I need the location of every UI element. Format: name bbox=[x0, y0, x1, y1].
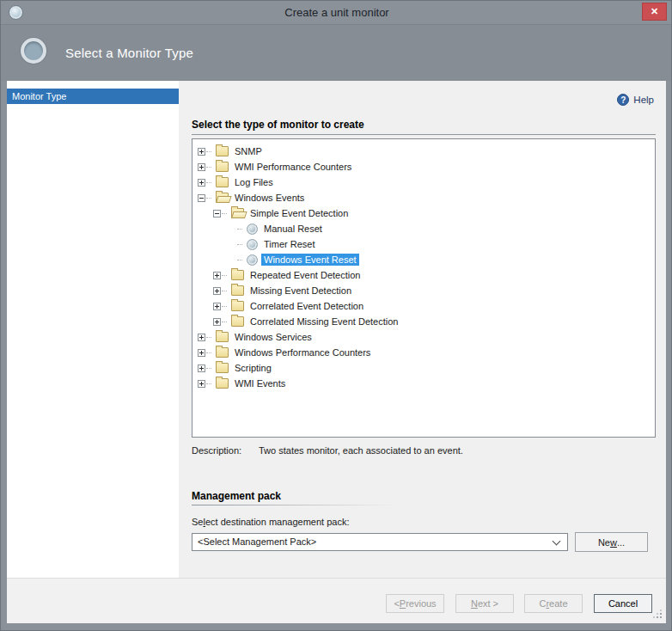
tree-connector bbox=[206, 368, 211, 369]
monitor-tree[interactable]: SNMPWMI Performance CountersLog FilesWin… bbox=[192, 138, 656, 438]
folder-icon bbox=[216, 193, 229, 203]
chevron-down-icon bbox=[553, 536, 561, 545]
folder-icon bbox=[231, 285, 244, 296]
folder-icon bbox=[216, 363, 229, 373]
tree-item-label: Missing Event Detection bbox=[247, 285, 354, 297]
management-pack-heading: Management pack bbox=[192, 490, 281, 502]
tree-connector bbox=[206, 337, 211, 338]
sidebar-item-monitor-type[interactable]: Monitor Type bbox=[7, 89, 179, 104]
close-button[interactable]: ✕ bbox=[642, 3, 667, 21]
expand-icon[interactable] bbox=[213, 272, 221, 279]
tree-connector bbox=[222, 322, 227, 322]
folder-icon bbox=[231, 301, 244, 311]
tree-connector bbox=[206, 198, 211, 199]
tree-item-label: Manual Reset bbox=[261, 223, 325, 235]
section-title: Select the type of monitor to create bbox=[192, 119, 656, 135]
folder-icon bbox=[216, 378, 229, 389]
tree-item-label: Scripting bbox=[232, 362, 274, 374]
tree-item[interactable]: WMI Performance Counters bbox=[192, 159, 655, 175]
tree-connector bbox=[206, 151, 211, 152]
tree-connector bbox=[206, 383, 211, 384]
tree-item[interactable]: Log Files bbox=[192, 175, 655, 190]
tree-item[interactable]: Windows Events bbox=[192, 190, 655, 205]
help-link[interactable]: ? Help bbox=[617, 94, 654, 106]
tree-item[interactable]: Repeated Event Detection bbox=[192, 267, 655, 283]
footer: < Previous Next > Create Cancel bbox=[7, 578, 666, 623]
tree-item[interactable]: WMI Events bbox=[192, 376, 655, 391]
tree-item[interactable]: Windows Services bbox=[192, 329, 655, 345]
tree-connector bbox=[222, 275, 227, 276]
tree-connector bbox=[237, 244, 242, 245]
tree-item[interactable]: Correlated Missing Event Detection bbox=[192, 314, 655, 329]
tree-item[interactable]: Correlated Event Detection bbox=[192, 298, 655, 314]
page-title: Select a Monitor Type bbox=[65, 25, 193, 81]
expand-icon[interactable] bbox=[198, 179, 205, 187]
expand-icon[interactable] bbox=[198, 334, 205, 341]
new-management-pack-button[interactable]: New... bbox=[575, 532, 648, 552]
content-panel: ? Help Select the type of monitor to cre… bbox=[179, 81, 666, 578]
cancel-button[interactable]: Cancel bbox=[594, 594, 652, 613]
tree-item-label: Simple Event Detection bbox=[247, 207, 351, 219]
create-unit-monitor-dialog: Create a unit monitor ✕ Select a Monitor… bbox=[0, 0, 672, 631]
tree-connector bbox=[222, 213, 227, 214]
tree-item-label: Log Files bbox=[232, 176, 276, 188]
previous-button[interactable]: < Previous bbox=[386, 594, 444, 613]
next-button[interactable]: Next > bbox=[455, 594, 514, 613]
help-label: Help bbox=[633, 95, 654, 105]
tree-item-label: Correlated Event Detection bbox=[247, 300, 366, 312]
collapse-icon[interactable] bbox=[213, 210, 221, 217]
management-pack-divider bbox=[192, 505, 396, 505]
tree-item[interactable]: Windows Performance Counters bbox=[192, 345, 655, 360]
folder-icon bbox=[231, 208, 244, 218]
management-pack-dropdown-value: <Select Management Pack> bbox=[198, 534, 553, 550]
tree-item[interactable]: Simple Event Detection bbox=[192, 205, 655, 221]
tree-connector bbox=[206, 182, 211, 183]
tree-item[interactable]: Timer Reset bbox=[192, 236, 655, 252]
wizard-steps-sidebar: Monitor Type bbox=[7, 81, 179, 578]
tree-item-label: Windows Services bbox=[232, 331, 315, 343]
monitor-type-icon bbox=[21, 38, 46, 64]
help-icon: ? bbox=[617, 94, 629, 106]
tree-connector bbox=[206, 167, 211, 168]
tree-connector bbox=[206, 352, 211, 353]
expand-icon[interactable] bbox=[213, 287, 221, 295]
expand-icon[interactable] bbox=[198, 163, 205, 171]
create-button[interactable]: Create bbox=[524, 594, 583, 613]
folder-icon bbox=[216, 162, 229, 172]
description-label: Description: bbox=[192, 445, 259, 456]
tree-item[interactable]: Windows Event Reset bbox=[192, 252, 655, 267]
collapse-icon[interactable] bbox=[198, 194, 205, 202]
folder-icon bbox=[216, 177, 229, 187]
close-icon: ✕ bbox=[651, 6, 658, 17]
expand-icon[interactable] bbox=[198, 349, 205, 357]
window-title: Create a unit monitor bbox=[1, 1, 672, 25]
titlebar[interactable]: Create a unit monitor ✕ bbox=[1, 1, 672, 25]
tree-item-label: SNMP bbox=[232, 145, 265, 157]
tree-connector bbox=[222, 291, 227, 291]
folder-icon bbox=[216, 146, 229, 156]
monitor-type-icon bbox=[247, 224, 258, 235]
tree-item-label: Correlated Missing Event Detection bbox=[247, 316, 400, 328]
monitor-type-icon bbox=[247, 239, 258, 250]
tree-item[interactable]: Missing Event Detection bbox=[192, 283, 655, 298]
tree-item[interactable]: SNMP bbox=[192, 144, 655, 159]
folder-icon bbox=[231, 316, 244, 327]
management-pack-dropdown[interactable]: <Select Management Pack> bbox=[192, 533, 568, 551]
expand-icon[interactable] bbox=[213, 303, 221, 310]
wizard-header: Select a Monitor Type bbox=[1, 25, 672, 81]
tree-item-label: Timer Reset bbox=[261, 238, 318, 250]
management-pack-select-label: Select destination management pack: bbox=[192, 517, 349, 527]
tree-item-label: WMI Events bbox=[232, 377, 288, 389]
resize-grip[interactable] bbox=[653, 610, 662, 618]
tree-item-label: Windows Performance Counters bbox=[232, 346, 373, 358]
tree-item[interactable]: Manual Reset bbox=[192, 221, 655, 236]
expand-icon[interactable] bbox=[198, 148, 205, 156]
description-row: Description: Two states monitor, each as… bbox=[192, 445, 463, 456]
tree-connector bbox=[237, 229, 242, 230]
tree-item[interactable]: Scripting bbox=[192, 360, 655, 376]
tree-item-label: Windows Events bbox=[232, 192, 307, 204]
expand-icon[interactable] bbox=[198, 380, 205, 388]
monitor-type-icon bbox=[247, 254, 258, 266]
expand-icon[interactable] bbox=[213, 318, 221, 326]
expand-icon[interactable] bbox=[198, 365, 205, 372]
